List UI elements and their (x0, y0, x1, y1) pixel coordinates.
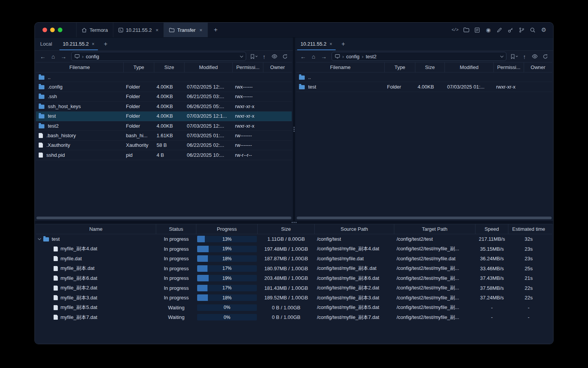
file-row[interactable]: .bash_history bash_hi... 1.61KB 07/03/20… (36, 131, 292, 140)
file-row-up[interactable]: .. (36, 72, 292, 82)
forward-button[interactable]: → (319, 52, 329, 61)
col-size[interactable]: Size (415, 62, 445, 72)
cell-eta: - (508, 305, 549, 310)
path-breadcrumb[interactable]: › config (71, 52, 246, 61)
col-type[interactable]: Type (385, 62, 415, 72)
file-row-up[interactable]: .. (296, 72, 552, 82)
col-owner[interactable]: Owner (524, 62, 552, 72)
transfer-row[interactable]: myfile_副本6.dat In progress 19% 203.48MB … (36, 273, 552, 283)
file-row[interactable]: test2 Folder 4.00KB 07/03/2025 12:... rw… (36, 121, 292, 131)
col-speed[interactable]: Speed (475, 224, 508, 234)
maximize-window-button[interactable] (58, 28, 62, 32)
back-button[interactable]: ← (298, 52, 308, 61)
file-name: .. (48, 74, 51, 80)
code-icon[interactable]: </> (451, 26, 459, 34)
col-permissions[interactable]: Permissi... (494, 62, 524, 72)
horizontal-splitter[interactable] (35, 221, 553, 224)
file-list-icon[interactable] (473, 26, 481, 34)
transfer-row[interactable]: test In progress 13% 1.11GB / 8.00GB /co… (36, 234, 552, 244)
file-row[interactable]: ssh_host_keys Folder 4.00KB 06/26/2025 0… (36, 102, 292, 111)
refresh-button[interactable] (280, 52, 290, 61)
col-target-path[interactable]: Target Path (394, 224, 475, 234)
file-row[interactable]: .Xauthority Xauthority 58 B 06/22/2025 0… (36, 141, 292, 150)
terminal-icon (118, 28, 123, 33)
upload-button[interactable]: ↑ (519, 52, 529, 61)
bookmark-button[interactable] (249, 54, 259, 59)
transfer-row[interactable]: myfile_副本4.dat In progress 19% 197.48MB … (36, 244, 552, 254)
cell-size: 4.00KB (154, 113, 185, 119)
search-icon[interactable] (529, 26, 537, 34)
col-source-path[interactable]: Source Path (315, 224, 394, 234)
file-row[interactable]: sshd.pid pid 4 B 06/22/2025 10:... rw-r-… (36, 150, 292, 160)
tab-local[interactable]: Local (35, 38, 57, 50)
cell-size: 189.52MB / 1.00GB (258, 295, 315, 301)
col-size[interactable]: Size (154, 62, 185, 72)
home-button[interactable]: ⌂ (309, 52, 318, 61)
tab-remote-host[interactable]: 10.211.55.2 × (57, 38, 100, 50)
breadcrumb-segment[interactable]: test2 (366, 54, 376, 59)
forward-button[interactable]: → (59, 52, 69, 61)
home-button[interactable]: ⌂ (48, 52, 58, 61)
col-estimated-time[interactable]: Estimated time (508, 224, 549, 234)
col-filename[interactable]: Filename (36, 62, 124, 72)
cell-permissions: rwxr-xr-x (233, 113, 263, 119)
col-modified[interactable]: Modified (445, 62, 494, 72)
file-row[interactable]: .ssh Folder 4.00KB 06/21/2025 03:... rwx… (36, 92, 292, 102)
cell-target-path: /config/test2/test (394, 236, 475, 242)
col-permissions[interactable]: Permissi... (233, 62, 263, 72)
col-progress[interactable]: Progress (196, 224, 258, 234)
bookmark-button[interactable] (509, 54, 519, 59)
horizontal-scrollbar[interactable] (297, 217, 552, 219)
tab-termora[interactable]: Termora (77, 23, 113, 37)
minimize-window-button[interactable] (50, 28, 55, 32)
close-icon[interactable]: × (199, 27, 203, 33)
show-hidden-button[interactable] (530, 52, 540, 61)
upload-button[interactable]: ↑ (259, 52, 269, 61)
cell-eta: 22s (508, 295, 549, 301)
settings-icon[interactable]: ⚙ (540, 26, 548, 34)
folder-icon[interactable] (462, 26, 470, 34)
close-icon[interactable]: × (92, 41, 95, 47)
close-window-button[interactable] (42, 28, 47, 32)
transfer-row[interactable]: myfile_副本7.dat Waiting 0% 0 B / 1.00GB /… (36, 312, 552, 322)
tab-remote-host[interactable]: 10.211.55.2 × (295, 38, 338, 50)
chevron-down-icon[interactable] (240, 54, 243, 57)
col-size[interactable]: Size (258, 224, 315, 234)
tab-host[interactable]: 10.211.55.2 × (113, 23, 164, 37)
collapse-icon[interactable] (38, 237, 41, 240)
key-icon[interactable] (506, 26, 514, 34)
transfer-row[interactable]: myfile_副本3.dat In progress 18% 189.52MB … (36, 293, 552, 303)
edit-icon[interactable] (495, 26, 503, 34)
col-modified[interactable]: Modified (185, 62, 233, 72)
col-type[interactable]: Type (124, 62, 154, 72)
transfer-row[interactable]: myfile.dat In progress 18% 187.87MB / 1.… (36, 254, 552, 264)
show-hidden-button[interactable] (270, 52, 279, 61)
tab-transfer[interactable]: Transfer × (164, 23, 208, 37)
file-icon (54, 315, 58, 320)
transfer-row[interactable]: myfile_副本5.dat Waiting 0% 0 B / 1.00GB /… (36, 303, 552, 313)
breadcrumb-segment[interactable]: config (346, 54, 359, 59)
back-button[interactable]: ← (38, 52, 48, 61)
close-icon[interactable]: × (330, 41, 332, 47)
chevron-down-icon[interactable] (500, 54, 503, 57)
new-panel-tab-button[interactable]: + (338, 38, 348, 50)
path-breadcrumb[interactable]: › config › test2 (332, 52, 506, 61)
new-tab-button[interactable]: + (211, 23, 221, 37)
file-row[interactable]: test Folder 4.00KB 07/03/2025 01:... rwx… (296, 82, 552, 92)
breadcrumb-segment[interactable]: config (86, 54, 99, 59)
cell-eta: 22s (508, 285, 549, 291)
transfer-row[interactable]: myfile_副本2.dat In progress 17% 181.43MB … (36, 283, 552, 293)
col-name[interactable]: Name (36, 224, 156, 234)
file-row[interactable]: .config Folder 4.00KB 07/02/2025 12:... … (36, 82, 292, 92)
branch-icon[interactable] (518, 26, 526, 34)
new-panel-tab-button[interactable]: + (101, 38, 111, 50)
col-filename[interactable]: Filename (296, 62, 385, 72)
close-icon[interactable]: × (155, 27, 158, 33)
horizontal-scrollbar[interactable] (36, 217, 291, 219)
transfer-row[interactable]: myfile_副本.dat In progress 17% 180.97MB /… (36, 264, 552, 274)
file-row-selected[interactable]: test Folder 4.00KB 07/03/2025 12:1... rw… (36, 112, 292, 121)
record-icon[interactable]: ◉ (484, 26, 492, 34)
col-owner[interactable]: Owner (263, 62, 292, 72)
refresh-button[interactable] (540, 52, 550, 61)
col-status[interactable]: Status (156, 224, 196, 234)
